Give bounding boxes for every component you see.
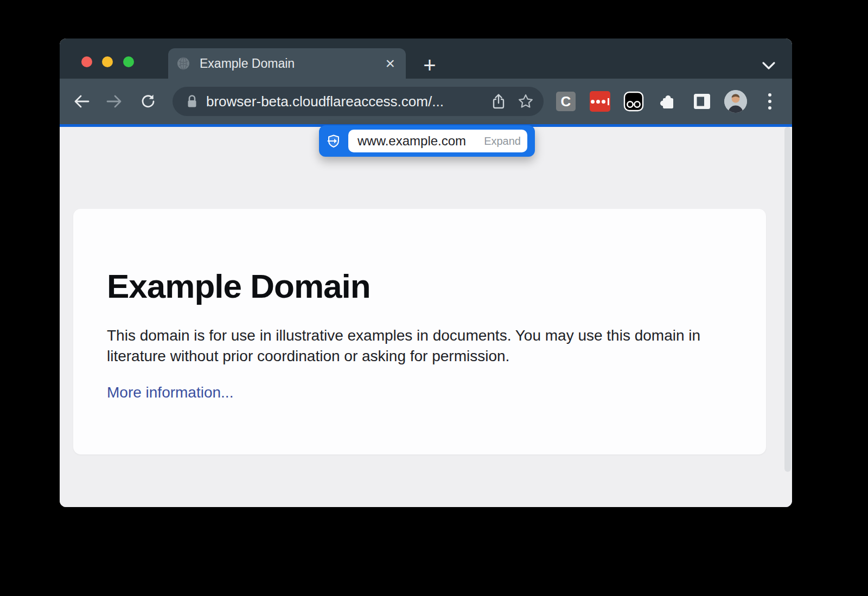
- browser-window: Example Domain × +: [60, 39, 792, 507]
- extension-icon-c[interactable]: C: [551, 87, 580, 116]
- browser-toolbar: browser-beta.cloudflareaccess.com/... C: [60, 79, 792, 124]
- page-paragraph: This domain is for use in illustrative e…: [107, 325, 732, 367]
- extension-c-label: C: [561, 93, 571, 110]
- page-title: Example Domain: [107, 268, 766, 304]
- bookmark-star-icon[interactable]: [518, 93, 534, 110]
- back-button[interactable]: [71, 91, 92, 112]
- new-tab-button[interactable]: +: [419, 55, 441, 76]
- expand-button[interactable]: Expand: [484, 135, 521, 148]
- profile-avatar[interactable]: [721, 87, 750, 116]
- isolation-hostname[interactable]: www.example.com: [358, 133, 484, 149]
- isolation-hostname-field[interactable]: www.example.com Expand: [348, 130, 527, 152]
- side-panel-icon[interactable]: [687, 87, 717, 116]
- extension-icon-lastpass[interactable]: [585, 87, 615, 116]
- isolation-url-pill[interactable]: www.example.com Expand: [319, 125, 535, 157]
- traffic-light-zoom[interactable]: [123, 56, 134, 67]
- traffic-light-close[interactable]: [81, 56, 92, 67]
- tab-search-chevron-icon[interactable]: [758, 55, 780, 76]
- desktop-background: Example Domain × +: [0, 0, 868, 596]
- tab-title: Example Domain: [200, 56, 384, 71]
- content-card: Example Domain This domain is for use in…: [73, 209, 766, 454]
- url-text[interactable]: browser-beta.cloudflareaccess.com/...: [206, 93, 480, 110]
- extensions-row: C: [551, 85, 784, 118]
- reload-button[interactable]: [137, 91, 159, 112]
- address-bar[interactable]: browser-beta.cloudflareaccess.com/...: [173, 87, 544, 116]
- browser-menu-icon[interactable]: [755, 87, 784, 116]
- extensions-puzzle-icon[interactable]: [653, 87, 682, 116]
- forward-button[interactable]: [104, 91, 125, 112]
- extension-icon-lenses[interactable]: [619, 87, 648, 116]
- more-information-link[interactable]: More information...: [107, 384, 233, 401]
- share-icon[interactable]: [492, 93, 506, 110]
- tab-strip: Example Domain × +: [60, 39, 792, 79]
- lock-icon[interactable]: [186, 94, 199, 109]
- browser-tab[interactable]: Example Domain ×: [168, 48, 406, 79]
- shield-arrow-icon: [319, 133, 348, 149]
- traffic-light-minimize[interactable]: [102, 56, 113, 67]
- globe-favicon-icon: [176, 56, 191, 71]
- scrollbar-thumb[interactable]: [784, 127, 791, 472]
- page-viewport: www.example.com Expand Example Domain Th…: [60, 127, 792, 507]
- tab-close-icon[interactable]: ×: [384, 56, 396, 71]
